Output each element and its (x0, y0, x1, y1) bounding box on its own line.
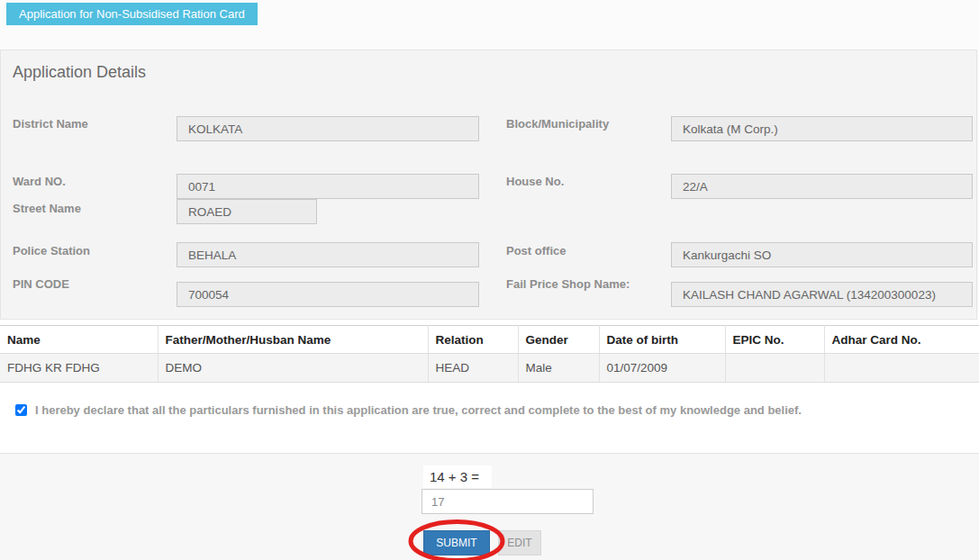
pin-code-input[interactable] (177, 282, 479, 307)
captcha-answer-input[interactable] (422, 489, 594, 514)
street-label: Street Name (13, 202, 81, 215)
cell-epic-no (725, 354, 824, 383)
declaration-row: I hereby declare that all the particular… (15, 403, 802, 417)
police-station-label: Police Station (13, 244, 90, 257)
post-office-label: Post office (506, 244, 566, 257)
house-label: House No. (506, 175, 564, 188)
declaration-checkbox[interactable] (15, 404, 27, 416)
cell-father-name: DEMO (158, 354, 428, 383)
col-epic-no: EPIC No. (725, 326, 824, 354)
captcha-question: 14 + 3 = (423, 465, 492, 488)
house-input[interactable] (671, 174, 973, 199)
ward-input[interactable] (177, 174, 479, 199)
table-row: FDHG KR FDHG DEMO HEAD Male 01/07/2009 (0, 354, 979, 383)
fair-price-shop-label: Fail Price Shop Name: (506, 277, 630, 291)
col-gender: Gender (518, 326, 599, 354)
block-label: Block/Municipality (506, 117, 609, 131)
block-input[interactable] (671, 116, 973, 141)
col-date-of-birth: Date of birth (599, 326, 725, 354)
cell-gender: Male (518, 354, 599, 383)
members-table: Name Father/Mother/Husban Name Relation … (0, 325, 979, 383)
edit-button[interactable]: EDIT (498, 530, 541, 555)
tab-application-title[interactable]: Application for Non-Subsidised Ration Ca… (6, 3, 258, 25)
pin-code-label: PIN CODE (13, 277, 69, 291)
col-father-mother-husband: Father/Mother/Husban Name (158, 326, 428, 354)
fair-price-shop-input[interactable] (671, 282, 973, 307)
district-label: District Name (13, 117, 88, 131)
ward-label: Ward NO. (13, 175, 66, 188)
street-input[interactable] (177, 199, 317, 224)
col-relation: Relation (428, 326, 518, 354)
cell-adhar-card-no (824, 354, 979, 383)
application-page: Application for Non-Subsidised Ration Ca… (0, 0, 979, 560)
col-adhar-card-no: Adhar Card No. (824, 326, 979, 354)
submit-button[interactable]: SUBMIT (423, 530, 490, 555)
police-station-input[interactable] (177, 242, 479, 267)
district-input[interactable] (177, 116, 479, 141)
cell-relation: HEAD (428, 354, 518, 383)
table-header-row: Name Father/Mother/Husban Name Relation … (0, 326, 979, 354)
post-office-input[interactable] (671, 242, 973, 267)
declaration-text: I hereby declare that all the particular… (35, 403, 802, 417)
cell-name: FDHG KR FDHG (0, 354, 158, 383)
col-name: Name (0, 326, 158, 354)
section-title: Application Details (13, 63, 146, 82)
cell-date-of-birth: 01/07/2009 (599, 354, 725, 383)
